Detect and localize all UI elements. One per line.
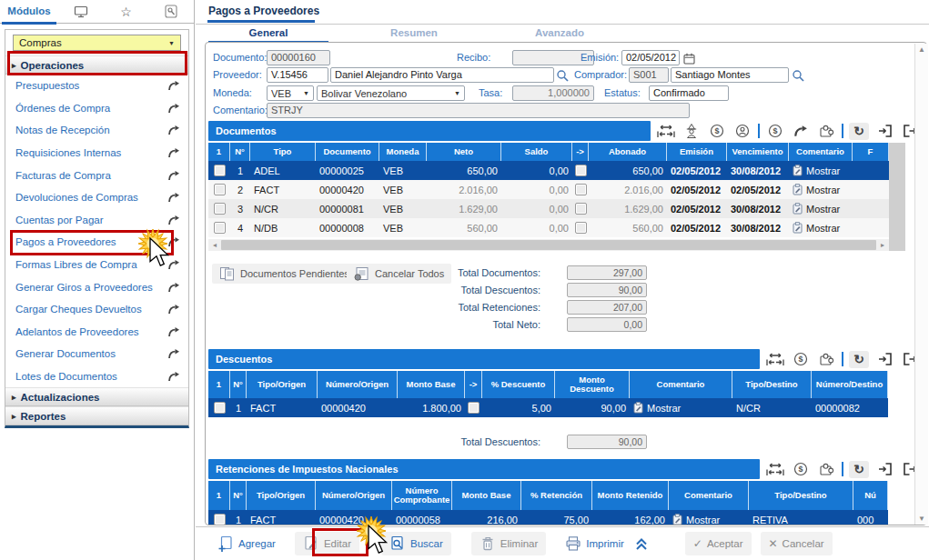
main-vertical-scrollbar[interactable]: ▲ ▼ — [914, 44, 928, 525]
moneda-code-select[interactable]: VEB▼ — [267, 85, 314, 101]
retenciones-toolbar: ↻ — [760, 461, 924, 478]
collapse-toolbar-button[interactable] — [634, 537, 649, 551]
retenciones-row-1[interactable]: 1 FACT 00000420 00000058 216,00 75,00 16… — [208, 510, 888, 525]
editar-button[interactable]: Editar — [295, 532, 359, 555]
sidebar-item-cuentas-por-pagar[interactable]: Cuentas por Pagar — [5, 209, 188, 232]
refresh-button[interactable]: ↻ — [849, 351, 869, 368]
transfer-checkbox[interactable] — [575, 222, 587, 234]
sidebar-item-generar-giros-a-proveedores[interactable]: Generar Giros a Proveedores — [5, 275, 188, 298]
transfer-checkbox[interactable] — [468, 402, 480, 414]
amount-button[interactable] — [707, 123, 727, 140]
scroll-left-icon[interactable]: ◂ — [208, 241, 221, 249]
documentos-row-3[interactable]: 3 N/CR 00000081 VEB 1.629,00 0,00 1.629,… — [208, 199, 889, 218]
row-checkbox[interactable] — [214, 165, 226, 176]
wizard-button[interactable] — [682, 123, 702, 140]
tab-modulos[interactable]: Módulos — [0, 0, 58, 24]
documentos-row-1[interactable]: 1 ADEL 00000025 VEB 650,00 0,00 650,00 0… — [208, 161, 889, 180]
calendar-button[interactable] — [682, 51, 696, 65]
documentos-row-4[interactable]: 4 N/DB 00000008 VEB 560,00 0,00 560,00 0… — [208, 218, 889, 237]
emision-field[interactable]: 02/05/2012 — [621, 50, 680, 65]
row-checkbox[interactable] — [214, 203, 226, 215]
buscar-button[interactable]: Buscar — [381, 532, 451, 555]
tab-avanzado[interactable]: Avanzado — [487, 25, 632, 42]
tab-general[interactable]: General — [196, 25, 341, 42]
cancelar-button[interactable]: ✕ Cancelar — [761, 532, 833, 555]
aceptar-button[interactable]: ✓ Aceptar — [685, 532, 752, 555]
transfer-checkbox[interactable] — [575, 184, 587, 195]
transfer-checkbox[interactable] — [575, 203, 587, 215]
section-operaciones[interactable]: ▸ Operaciones — [5, 55, 188, 75]
eliminar-button[interactable]: Eliminar — [471, 532, 547, 555]
plugin-button[interactable] — [816, 461, 836, 478]
mostrar-link[interactable]: Mostrar — [789, 180, 853, 199]
scroll-up-icon[interactable]: ▲ — [915, 45, 928, 54]
documentos-vertical-scrollbar[interactable] — [889, 143, 905, 251]
plugin-button[interactable] — [816, 351, 836, 368]
imprimir-button[interactable]: Imprimir — [557, 532, 632, 555]
forward-button[interactable] — [791, 123, 811, 140]
scroll-right-icon[interactable]: ▸ — [876, 241, 889, 249]
mostrar-link[interactable]: Mostrar — [630, 398, 732, 417]
comentario-field[interactable]: STRJY — [267, 103, 690, 118]
sidebar-item-adelantos-de-proveedores[interactable]: Adelantos de Proveedores — [5, 321, 188, 344]
descuentos-row-1[interactable]: 1 FACT 00000420 1.800,00 5,00 90,00 Most… — [208, 398, 888, 417]
moneda-name-select[interactable]: Bolivar Venezolano▼ — [317, 85, 465, 101]
refresh-button[interactable]: ↻ — [849, 123, 869, 140]
estatus-field[interactable]: Confirmado — [649, 85, 729, 101]
import-button[interactable] — [874, 123, 894, 140]
fit-columns-button[interactable] — [765, 461, 785, 478]
sidebar-item-presupuestos[interactable]: Presupuestos — [5, 75, 188, 97]
documento-label: Documento: — [213, 50, 267, 65]
import-button[interactable] — [874, 351, 894, 368]
scrollbar-thumb[interactable] — [221, 240, 876, 250]
sidebar-item-generar-documentos[interactable]: Generar Documentos — [5, 343, 188, 365]
mostrar-link[interactable]: Mostrar — [789, 161, 853, 180]
mostrar-link[interactable]: Mostrar — [669, 510, 749, 525]
fit-columns-button[interactable] — [656, 123, 676, 140]
comprador-lookup-button[interactable] — [791, 68, 805, 83]
person-button[interactable] — [732, 123, 752, 140]
sidebar-item-pagos-a-proveedores[interactable]: Pagos a Proveedores — [5, 231, 188, 254]
refresh-button[interactable]: ↻ — [849, 461, 869, 478]
row-checkbox[interactable] — [214, 222, 226, 234]
transfer-checkbox[interactable] — [575, 165, 587, 176]
sidebar-item-cargar-cheques-devueltos[interactable]: Cargar Cheques Devueltos — [5, 298, 188, 321]
scroll-down-icon[interactable]: ▼ — [915, 515, 928, 523]
documentos-horizontal-scrollbar[interactable]: ◂ ▸ — [208, 239, 889, 251]
sidebar-item-formas-libres-de-compra[interactable]: Formas Libres de Compra — [5, 254, 188, 276]
amount-button[interactable] — [791, 351, 811, 368]
sidebar-item-notas-de-recepcion[interactable]: Notas de Recepción — [5, 119, 188, 142]
tasa-field[interactable]: 1,000000 — [512, 85, 594, 101]
tab-monitor[interactable] — [58, 0, 104, 24]
section-actualizaciones[interactable]: ▸ Actualizaciones — [5, 387, 188, 406]
tab-resumen[interactable]: Resumen — [341, 25, 487, 42]
row-checkbox[interactable] — [214, 514, 226, 525]
import-button[interactable] — [874, 461, 894, 478]
documento-field[interactable]: 00000160 — [267, 50, 330, 65]
sidebar-item-lotes-de-documentos[interactable]: Lotes de Documentos — [5, 365, 188, 388]
section-reportes[interactable]: ▸ Reportes — [5, 406, 188, 425]
sidebar-item-facturas-de-compra[interactable]: Facturas de Compra — [5, 164, 188, 186]
row-checkbox[interactable] — [214, 184, 226, 195]
sidebar-item-devoluciones-de-compras[interactable]: Devoluciones de Compras — [5, 186, 188, 209]
proveedor-code-field[interactable]: V.15456 — [267, 67, 328, 83]
documentos-pendientes-button[interactable]: Documentos Pendientes — [212, 264, 357, 284]
proveedor-lookup-button[interactable] — [555, 68, 570, 83]
mostrar-link[interactable]: Mostrar — [789, 199, 853, 218]
sidebar-item-requisiciones-internas[interactable]: Requisiciones Internas — [5, 142, 188, 165]
comprador-code-field[interactable]: S001 — [629, 67, 669, 83]
sidebar-item-ordenes-de-compra[interactable]: Órdenes de Compra — [5, 97, 188, 120]
amount-button[interactable] — [791, 461, 811, 478]
payment-button[interactable] — [765, 123, 785, 140]
proveedor-name-field[interactable]: Daniel Alejandro Pinto Varga — [330, 67, 554, 83]
tab-favorites[interactable]: ☆ — [104, 0, 149, 24]
plugin-button[interactable] — [816, 123, 836, 140]
tab-search-tool[interactable] — [148, 0, 194, 24]
comprador-name-field[interactable]: Santiago Montes — [671, 67, 789, 83]
row-checkbox[interactable] — [214, 402, 226, 414]
fit-columns-button[interactable] — [765, 351, 785, 368]
documentos-row-2[interactable]: 2 FACT 00000420 VEB 2.016,00 0,00 2.016,… — [208, 180, 889, 199]
mostrar-link[interactable]: Mostrar — [789, 218, 853, 237]
agregar-button[interactable]: Agregar — [209, 532, 284, 555]
module-selector-dropdown[interactable]: Compras ▼ — [13, 35, 181, 51]
